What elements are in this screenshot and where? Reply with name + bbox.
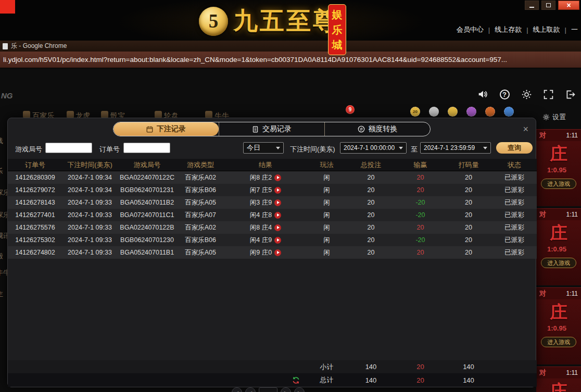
tab-transaction-records[interactable]: 交易记录 <box>219 122 324 136</box>
badge-char: 乐 <box>332 24 343 35</box>
help-icon[interactable]: ? <box>499 88 510 100</box>
tab-bet-records[interactable]: 下注记录 <box>113 122 219 136</box>
game-card[interactable]: 对1:11庄1:0.95进入游戏 <box>536 366 581 392</box>
calendar-icon <box>146 126 153 133</box>
gear-icon[interactable] <box>521 88 532 100</box>
pair-odds: 1:11 <box>566 290 578 297</box>
page-url[interactable]: li.ydjol.com/h5V01/pc/index.html?return=… <box>0 56 578 64</box>
sidebar-item-fragment[interactable]: 殿 <box>0 251 3 261</box>
chip-icon[interactable] <box>466 107 476 117</box>
chip-icon[interactable]: 20 <box>410 107 420 117</box>
play-cell: 闲 <box>307 173 346 182</box>
game-card[interactable]: 对1:11庄1:0.95进入游戏 <box>536 287 581 364</box>
replay-icon[interactable] <box>274 237 281 244</box>
enter-game-button[interactable]: 进入游戏 <box>541 337 576 347</box>
notification-badge: 9 <box>346 105 355 114</box>
order-filter-input[interactable] <box>123 143 170 153</box>
table-row: 141262755762024-7-1 09:33BGA0224070122B百… <box>8 221 537 234</box>
close-window-button[interactable]: × <box>558 1 579 10</box>
enter-game-button[interactable]: 进入游戏 <box>541 258 576 268</box>
sidebar-item-fragment[interactable]: 线 <box>0 136 3 146</box>
category-icon <box>101 111 108 118</box>
winloss-cell: 20 <box>396 249 445 256</box>
close-icon[interactable]: × <box>523 125 528 133</box>
nav-truncated-item[interactable]: 一 <box>571 25 578 34</box>
turnover-cell: 20 <box>445 224 492 231</box>
enter-game-button[interactable]: 进入游戏 <box>541 179 576 189</box>
play-cell: 闲 <box>307 198 346 207</box>
category-icon <box>23 111 30 118</box>
tab-label: 交易记录 <box>262 124 292 134</box>
winloss-cell: -20 <box>396 236 445 244</box>
date-to-select[interactable]: 2024-7-1 23:59:59 <box>420 142 491 154</box>
sidebar-item-fragment[interactable]: 主 <box>0 289 3 299</box>
nav-deposit[interactable]: 线上存款 <box>495 25 522 34</box>
nav-separator: | <box>565 26 566 34</box>
pager-first-button[interactable]: ◀ <box>232 387 242 392</box>
chip-icon[interactable] <box>448 107 458 117</box>
nav-member-center[interactable]: 会员中心 <box>457 25 484 34</box>
pair-label: 对 <box>539 368 546 377</box>
turnover-cell: 20 <box>445 186 492 194</box>
date-from-select[interactable]: 2024-7-1 00:00:00 <box>340 142 407 154</box>
column-header: 玩法 <box>307 160 346 170</box>
bet-cell: 20 <box>346 211 396 219</box>
transfer-icon <box>358 125 365 133</box>
pager-page-box[interactable] <box>259 387 277 392</box>
browser-titlebar[interactable]: 乐 - Google Chrome <box>0 41 581 52</box>
column-header: 状态 <box>492 160 537 170</box>
column-header: 总投注 <box>346 160 396 170</box>
result-cell: 闲9 庄0 <box>224 248 307 257</box>
game-card[interactable]: 对1:11庄1:0.95进入游戏 <box>536 208 581 285</box>
winloss-cell: -20 <box>396 199 445 206</box>
replay-icon[interactable] <box>274 187 281 194</box>
window-title: 乐 - Google Chrome <box>11 42 67 50</box>
maximize-button[interactable] <box>541 1 555 10</box>
replay-icon[interactable] <box>274 174 281 181</box>
pager-next-button[interactable]: ▶ <box>281 387 291 392</box>
round-filter-input[interactable] <box>45 143 92 153</box>
chip-icon[interactable] <box>504 107 514 117</box>
bet-cell: 20 <box>346 199 396 206</box>
tab-credit-transfer[interactable]: 额度转换 <box>324 122 430 136</box>
table-row: 141262753022024-7-1 09:33BGB06240701230百… <box>8 234 537 246</box>
game-card[interactable]: 对1:11庄1:0.95进入游戏 <box>536 129 581 206</box>
status-cell: 已派彩 <box>492 198 537 207</box>
type-cell: 百家乐A02 <box>177 223 224 232</box>
game-cards-column: 对1:11庄1:0.95进入游戏对1:11庄1:0.95进入游戏对1:11庄1:… <box>536 68 581 392</box>
address-bar[interactable]: li.ydjol.com/h5V01/pc/index.html?return=… <box>0 52 581 68</box>
order-cell: 14126275576 <box>8 224 62 231</box>
corner-red-badge <box>0 0 15 14</box>
round-cell: BGA0224070122C <box>117 174 177 181</box>
result-text: 闲4 庄9 <box>250 236 272 245</box>
bet-records-modal: 下注记录 交易记录 额度转换 × 游戏局号 订单号 今日 下注时间(美东) 20… <box>7 118 536 387</box>
search-button[interactable]: 查询 <box>496 142 533 154</box>
minimize-button[interactable] <box>525 1 539 10</box>
type-cell: 百家乐A07 <box>177 211 224 220</box>
pager-last-button[interactable]: ▶ <box>294 387 305 392</box>
turnover-cell: 20 <box>445 249 492 256</box>
sound-icon[interactable] <box>477 88 488 100</box>
replay-icon[interactable] <box>274 249 281 256</box>
play-cell: 闲 <box>307 248 346 257</box>
pair-odds: 1:11 <box>566 211 578 218</box>
total-row: 总计 140 20 140 <box>8 373 537 387</box>
range-select[interactable]: 今日 <box>243 142 284 154</box>
range-value: 今日 <box>247 143 260 153</box>
chip-icon[interactable] <box>485 107 495 117</box>
nav-withdraw[interactable]: 线上取款 <box>533 25 560 34</box>
refresh-icon[interactable] <box>292 376 307 384</box>
status-cell: 已派彩 <box>492 211 537 220</box>
time-cell: 2024-7-1 09:33 <box>62 224 117 231</box>
pager-prev-button[interactable]: ◀ <box>245 387 256 392</box>
tab-label: 下注记录 <box>157 124 186 134</box>
order-cell: 14126280309 <box>8 174 62 181</box>
replay-icon[interactable] <box>274 224 281 231</box>
replay-icon[interactable] <box>274 199 281 206</box>
play-cell: 闲 <box>307 186 346 195</box>
chip-icon[interactable] <box>429 107 439 117</box>
order-cell: 14126279072 <box>8 186 62 194</box>
time-cell: 2024-7-1 09:33 <box>62 249 117 256</box>
replay-icon[interactable] <box>274 212 281 219</box>
sidebar-item-fragment[interactable]: 乐 <box>0 167 3 176</box>
